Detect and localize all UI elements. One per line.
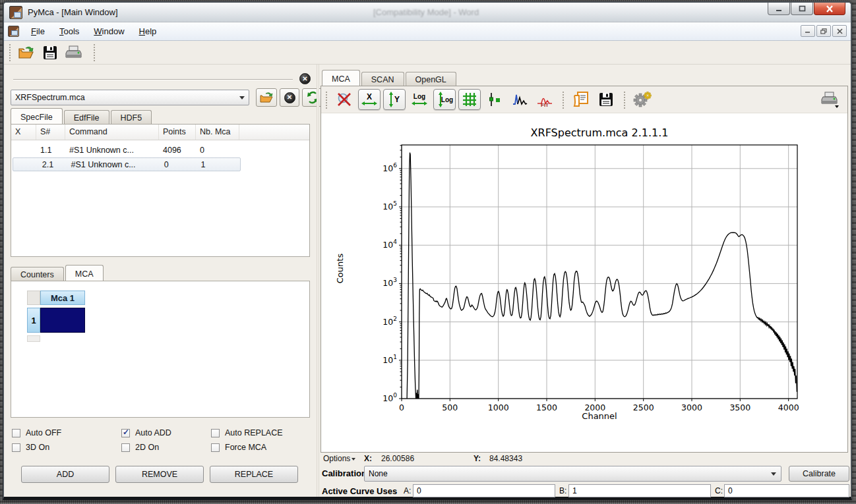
tab-mca[interactable]: MCA — [65, 265, 104, 281]
spectrum-chart[interactable]: 0500100015002000250030003500400010010110… — [321, 113, 849, 452]
checkbox-3d-on[interactable]: 3D On — [12, 443, 49, 452]
calibrate-button[interactable]: Calibrate — [789, 466, 849, 482]
gear-icon — [633, 91, 652, 108]
replace-button[interactable]: REPLACE — [210, 466, 298, 483]
window-title: PyMca - [Main Window] — [28, 7, 118, 17]
plot-panel: MCA SCAN OpenGL — [319, 65, 849, 497]
checkbox-2d-on[interactable]: 2D On — [121, 443, 159, 452]
fit-button[interactable]: FIT — [534, 89, 556, 110]
tab-mca-plot[interactable]: MCA — [322, 70, 360, 86]
copy-clipboard-button[interactable] — [570, 89, 592, 110]
log-y-button[interactable]: Log — [433, 89, 456, 110]
svg-text:0: 0 — [399, 403, 404, 412]
scan-table-header[interactable]: X S# Command Points Nb. Mca — [11, 125, 309, 140]
toolbar-drag-handle[interactable] — [92, 44, 96, 61]
svg-text:3500: 3500 — [729, 403, 750, 412]
maximize-button[interactable] — [791, 3, 813, 15]
grid-toggle-button[interactable] — [458, 89, 481, 110]
table-row[interactable]: 1.1 #S1 Unknown c... 4096 0 — [11, 143, 309, 157]
plot-toolbar: X Y Log — [321, 86, 847, 113]
mdi-restore-button[interactable] — [816, 25, 831, 37]
chevron-down-icon — [352, 458, 355, 461]
mca-column-header[interactable]: Mca 1 — [40, 291, 85, 305]
cursor-x-label: X: — [364, 454, 372, 463]
menu-window[interactable]: Window — [86, 24, 131, 39]
tab-hdf5[interactable]: HDF5 — [111, 110, 152, 124]
plot-settings-button[interactable] — [631, 89, 654, 110]
menu-tools[interactable]: Tools — [52, 24, 86, 39]
minimize-button[interactable] — [768, 3, 790, 15]
coef-a-field[interactable]: 0 — [413, 484, 555, 497]
close-button[interactable] — [814, 3, 845, 15]
checkbox-auto-off[interactable]: Auto OFF — [12, 428, 61, 437]
main-content: ✕ XRFSpectrum.mca ✕ — [4, 65, 851, 497]
chevron-down-icon — [771, 472, 776, 476]
table-row-selected[interactable]: 2.1 #S1 Unknown c... 0 1 — [13, 157, 241, 171]
menu-file[interactable]: File — [24, 24, 52, 39]
tab-edffile[interactable]: EdfFile — [64, 110, 109, 124]
active-curve-label: Active Curve Uses — [322, 486, 397, 496]
svg-text:1500: 1500 — [536, 403, 557, 412]
toolbar-drag-handle[interactable] — [8, 44, 12, 61]
fit-icon: FIT — [536, 91, 553, 108]
log-x-icon: Log — [411, 91, 428, 108]
tab-specfile[interactable]: SpecFile — [11, 108, 63, 124]
minimize-icon — [776, 6, 782, 12]
mdi-close-button[interactable] — [832, 25, 847, 37]
crosshair-marker-button[interactable] — [483, 89, 506, 110]
coef-b-field[interactable]: 1 — [568, 484, 711, 497]
options-menu[interactable]: Options — [323, 454, 355, 463]
source-open-button[interactable] — [256, 88, 277, 107]
calibration-combobox[interactable]: None — [364, 466, 781, 482]
calibration-value: None — [369, 469, 388, 478]
title-bar[interactable]: PyMca - [Main Window] [Compatibility Mod… — [4, 3, 851, 22]
active-curve-row: Active Curve Uses A: 0 B: 1 C: 0 — [319, 484, 849, 498]
add-button[interactable]: ADD — [21, 466, 109, 483]
svg-text:101: 101 — [382, 354, 397, 365]
print-button[interactable] — [64, 43, 84, 62]
cursor-x-value: 26.00586 — [381, 454, 414, 463]
source-file-combobox[interactable]: XRFSpectrum.mca — [11, 90, 249, 105]
svg-text:FIT: FIT — [541, 102, 549, 108]
tab-counters[interactable]: Counters — [11, 267, 64, 281]
menu-help[interactable]: Help — [132, 24, 164, 39]
source-file-value: XRFSpectrum.mca — [15, 93, 85, 102]
zoom-reset-button[interactable] — [333, 89, 355, 110]
coef-c-field[interactable]: 0 — [724, 484, 849, 497]
remove-button[interactable]: REMOVE — [115, 466, 204, 483]
checkbox-box — [12, 429, 20, 437]
pymca-app-icon — [9, 6, 22, 19]
mca-selected-cell[interactable] — [40, 308, 85, 333]
toolbar-drag-handle[interactable] — [324, 90, 328, 109]
open-folder-icon — [259, 92, 274, 103]
x-autoscale-button[interactable]: X — [358, 89, 381, 110]
calibration-row: Calibration None Calibrate — [319, 465, 849, 482]
peak-markers-button[interactable] — [508, 89, 531, 110]
y-autoscale-button[interactable]: Y — [383, 89, 406, 110]
save-plot-button[interactable] — [595, 89, 617, 110]
source-panel: ✕ XRFSpectrum.mca ✕ — [4, 65, 317, 497]
mca-row-header[interactable]: 1 — [27, 308, 40, 333]
cursor-status-row: Options X: 26.00586 Y: 84.48343 — [323, 454, 355, 464]
svg-text:X: X — [367, 92, 372, 101]
source-close-button[interactable]: ✕ — [299, 73, 311, 84]
mdi-minimize-button[interactable] — [801, 25, 815, 37]
open-file-button[interactable] — [16, 43, 36, 62]
mca-table-box: Mca 1 1 — [11, 281, 310, 418]
tab-opengl-plot[interactable]: OpenGL — [406, 72, 456, 86]
checkbox-auto-replace[interactable]: Auto REPLACE — [211, 428, 283, 437]
log-x-button[interactable]: Log — [408, 89, 431, 110]
print-plot-button[interactable] — [818, 89, 841, 110]
cursor-y-label: Y: — [474, 454, 481, 463]
source-closefile-button[interactable]: ✕ — [280, 88, 299, 107]
svg-text:103: 103 — [382, 277, 397, 288]
checkbox-auto-add[interactable]: Auto ADD — [121, 428, 171, 437]
checkbox-force-mca[interactable]: Force MCA — [211, 443, 266, 452]
plot-canvas[interactable]: XRFSpectrum.mca 2.1.1.1 Counts Channel 0… — [321, 113, 847, 452]
svg-text:106: 106 — [382, 162, 397, 173]
checkbox-box — [121, 429, 130, 437]
tab-scan-plot[interactable]: SCAN — [361, 72, 404, 86]
save-button[interactable] — [40, 43, 60, 62]
save-icon — [42, 45, 58, 60]
plot-frame: X Y Log — [321, 86, 848, 453]
